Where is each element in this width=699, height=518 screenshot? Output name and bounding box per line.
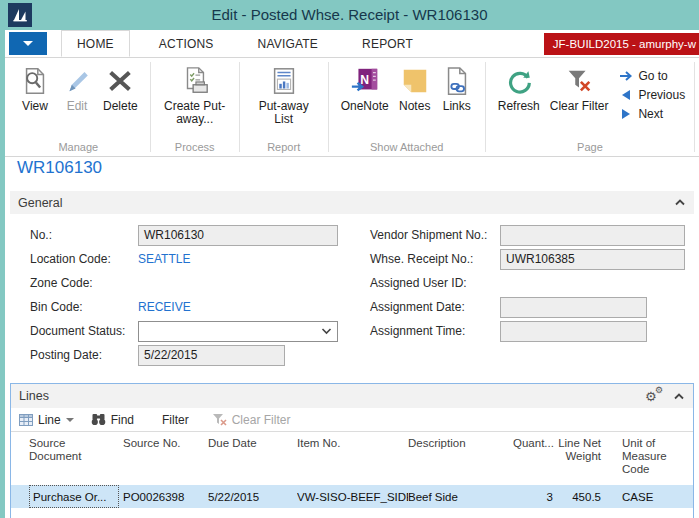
general-section-header[interactable]: General <box>10 191 694 214</box>
tab-report[interactable]: REPORT <box>347 30 428 57</box>
create-putaway-icon <box>180 64 210 98</box>
field-no: No.: WR106130 <box>30 224 338 246</box>
cell-item-no[interactable]: VW-SISO-BEEF_SIDE <box>297 486 408 508</box>
ribbon-group-label-process: Process <box>153 141 237 153</box>
clear-filter-toolbar-button[interactable]: Clear Filter <box>212 413 291 427</box>
delete-x-icon <box>105 64 135 98</box>
ribbon-group-manage: View Edit <box>9 58 148 156</box>
app-menu-button[interactable] <box>9 32 47 55</box>
next-triangle-icon <box>619 108 633 120</box>
chevron-down-icon <box>321 327 332 335</box>
column-header-source-document[interactable]: Source Document <box>29 432 123 485</box>
binoculars-icon <box>91 413 106 426</box>
cell-source-no[interactable]: PO0026398 <box>123 486 208 508</box>
general-fields: No.: WR106130 Location Code: SEATTLE Zon… <box>0 222 699 372</box>
titlebar: Edit - Posted Whse. Receipt - WR106130 <box>0 0 699 30</box>
chevron-down-icon <box>66 418 74 422</box>
bin-code-link[interactable]: RECEIVE <box>138 300 191 314</box>
ribbon-tab-row: HOME ACTIONS NAVIGATE REPORT JF-BUILD201… <box>0 30 699 58</box>
field-document-status: Document Status: <box>30 320 338 342</box>
table-row-selected[interactable]: Purchase Or... PO0026398 5/22/2015 VW-SI… <box>11 485 693 508</box>
assignment-date-field[interactable] <box>500 297 647 318</box>
links-icon <box>442 64 472 98</box>
cell-quantity[interactable]: 3 <box>513 486 555 508</box>
ribbon-separator <box>694 62 695 152</box>
notes-button[interactable]: Notes <box>394 62 436 115</box>
posting-date-field[interactable]: 5/22/2015 <box>138 345 285 366</box>
window-left-border <box>0 30 5 518</box>
previous-triangle-icon <box>619 89 633 101</box>
cell-source-document[interactable]: Purchase Or... <box>29 485 119 508</box>
page-title: WR106130 <box>17 158 102 178</box>
ribbon-group-report: Put-away List Report <box>242 58 326 156</box>
ribbon-group-process: Create Put-away... Process <box>153 58 237 156</box>
cell-due-date[interactable]: 5/22/2015 <box>208 486 297 508</box>
edit-button[interactable]: Edit <box>56 62 98 115</box>
vendor-shipment-no-field[interactable] <box>500 225 685 246</box>
field-location-code: Location Code: SEATTLE <box>30 248 338 270</box>
cell-line-net-weight[interactable]: 450.5 <box>555 486 603 508</box>
page-nav-stack: Go to Previous Next <box>619 66 685 123</box>
app-window: Edit - Posted Whse. Receipt - WR106130 H… <box>0 0 699 518</box>
notes-icon <box>400 64 430 98</box>
onenote-icon: N <box>350 64 380 98</box>
ribbon-group-label-report: Report <box>242 141 326 153</box>
cell-unit-of-measure-code[interactable]: CASE <box>603 486 694 508</box>
find-button[interactable]: Find <box>91 413 134 427</box>
cell-description[interactable]: Beef Side <box>408 486 513 508</box>
assignment-time-field[interactable] <box>500 321 647 342</box>
column-header-item-no[interactable]: Item No. <box>297 432 408 485</box>
view-button[interactable]: View <box>14 62 56 115</box>
delete-button[interactable]: Delete <box>98 62 143 115</box>
settings-gears-icon[interactable]: ⚙⚙ <box>645 387 667 405</box>
general-section-label: General <box>18 196 62 210</box>
column-header-source-no[interactable]: Source No. <box>123 432 208 485</box>
tab-actions[interactable]: ACTIONS <box>144 30 229 57</box>
filter-button[interactable]: Filter <box>157 413 189 427</box>
field-assigned-user-id: Assigned User ID: <box>370 272 685 294</box>
no-field[interactable]: WR106130 <box>138 225 338 246</box>
window-title: Edit - Posted Whse. Receipt - WR106130 <box>0 0 699 30</box>
document-status-dropdown[interactable] <box>138 321 338 342</box>
onenote-button[interactable]: N OneNote <box>336 62 394 115</box>
putaway-list-icon <box>269 64 299 98</box>
ribbon-separator <box>328 62 329 152</box>
line-menu-button[interactable]: Line <box>19 413 74 427</box>
next-button[interactable]: Next <box>619 104 685 123</box>
goto-button[interactable]: Go to <box>619 66 685 85</box>
tab-navigate[interactable]: NAVIGATE <box>243 30 334 57</box>
column-header-quantity[interactable]: Quant... <box>513 432 555 485</box>
chevron-down-icon <box>23 41 33 46</box>
column-header-unit-of-measure-code[interactable]: Unit of Measure Code <box>603 432 694 485</box>
field-vendor-shipment-no: Vendor Shipment No.: <box>370 224 685 246</box>
collapse-chevron-icon[interactable] <box>673 392 685 401</box>
field-bin-code: Bin Code: RECEIVE <box>30 296 338 318</box>
field-assignment-time: Assignment Time: <box>370 320 685 342</box>
collapse-chevron-icon[interactable] <box>674 198 686 207</box>
clear-filter-funnel-icon <box>212 413 227 426</box>
environment-badge: JF-BUILD2015 - amurphy-w <box>544 33 699 55</box>
field-posting-date: Posting Date: 5/22/2015 <box>30 344 338 366</box>
refresh-button[interactable]: Refresh <box>493 62 545 115</box>
whse-receipt-no-field[interactable]: UWR106385 <box>500 249 685 270</box>
column-header-description[interactable]: Description <box>408 432 513 485</box>
previous-button[interactable]: Previous <box>619 85 685 104</box>
putaway-list-button[interactable]: Put-away List <box>247 62 321 128</box>
lines-grid-header: Source Document Source No. Due Date Item… <box>11 432 693 485</box>
ribbon-group-label-page: Page <box>488 141 692 153</box>
tab-home[interactable]: HOME <box>61 30 130 57</box>
location-code-link[interactable]: SEATTLE <box>138 252 190 266</box>
lines-section-label: Lines <box>19 389 49 403</box>
clear-filter-icon <box>564 64 594 98</box>
links-button[interactable]: Links <box>436 62 478 115</box>
lines-section-header[interactable]: Lines ⚙⚙ <box>11 384 693 408</box>
edit-pencil-icon <box>62 64 92 98</box>
clear-filter-button[interactable]: Clear Filter <box>545 62 614 115</box>
column-header-line-net-weight[interactable]: Line Net Weight <box>555 432 603 485</box>
create-putaway-button[interactable]: Create Put-away... <box>158 62 232 128</box>
ribbon-group-page: Refresh Clear Filter <box>488 58 692 156</box>
column-header-due-date[interactable]: Due Date <box>208 432 297 485</box>
ribbon-separator <box>239 62 240 152</box>
grid-icon <box>19 414 33 426</box>
field-assignment-date: Assignment Date: <box>370 296 685 318</box>
